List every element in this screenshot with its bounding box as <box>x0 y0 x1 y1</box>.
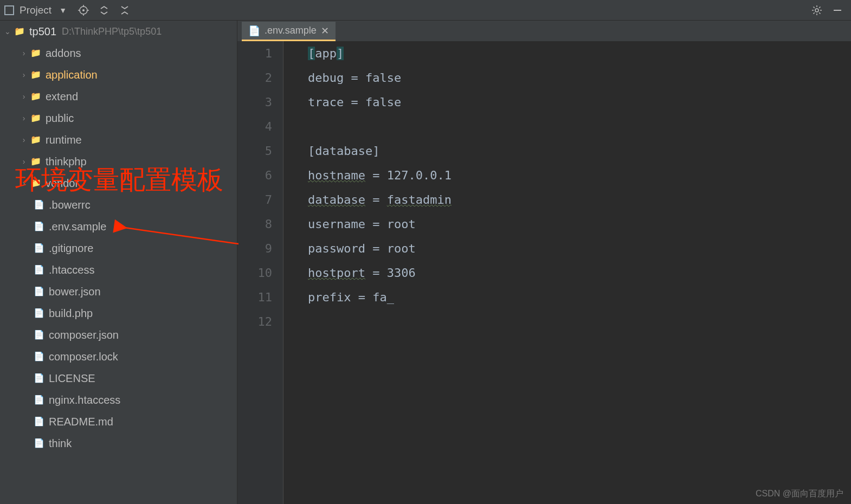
folder-icon: 📁 <box>30 135 41 144</box>
tree-file-nginx-htaccess[interactable]: 📄 nginx.htaccess <box>0 389 237 411</box>
folder-name: extend <box>46 91 78 102</box>
watermark: CSDN @面向百度用户 <box>756 488 843 500</box>
file-icon: 📄 <box>34 374 44 383</box>
file-icon: 📄 <box>34 266 44 274</box>
code-line-6[interactable]: hostname = 127.0.0.1 <box>308 163 851 188</box>
file-icon: 📄 <box>34 417 44 426</box>
chevron-down-icon: ⌄ <box>3 28 12 35</box>
project-label[interactable]: Project <box>20 4 51 16</box>
folder-icon: 📁 <box>30 114 41 122</box>
folder-icon: 📁 <box>30 49 41 57</box>
tree-file--gitignore[interactable]: 📄 .gitignore <box>0 237 237 259</box>
chevron-right-icon: › <box>20 136 28 144</box>
folder-icon: 📁 <box>30 70 41 79</box>
file-name: .gitignore <box>49 243 93 254</box>
file-name: bower.json <box>49 286 101 297</box>
code-line-8[interactable]: username = root <box>308 212 851 236</box>
tree-folder-application[interactable]: › 📁 application <box>0 64 237 86</box>
file-icon: 📄 <box>248 25 260 37</box>
svg-point-6 <box>815 9 818 12</box>
file-icon: 📄 <box>34 287 44 296</box>
close-icon[interactable]: ✕ <box>321 25 329 37</box>
tree-folder-vendor[interactable]: › 📁 vendor <box>0 172 237 194</box>
dropdown-icon[interactable]: ▼ <box>59 6 67 15</box>
gutter: 123456789101112 <box>237 41 283 504</box>
file-icon: 📄 <box>34 222 44 231</box>
code-line-12[interactable] <box>308 309 851 334</box>
folder-name: application <box>46 69 98 80</box>
target-icon[interactable] <box>76 3 91 17</box>
file-name: README.md <box>49 416 113 427</box>
code-line-1[interactable]: [app] <box>308 41 851 66</box>
expand-all-icon[interactable] <box>97 3 111 17</box>
code-line-10[interactable]: hostport = 3306 <box>308 261 851 285</box>
file-name: build.php <box>49 308 93 319</box>
file-name: composer.lock <box>49 351 118 362</box>
tree-file-composer-lock[interactable]: 📄 composer.lock <box>0 346 237 367</box>
tree-folder-addons[interactable]: › 📁 addons <box>0 42 237 64</box>
tree-folder-public[interactable]: › 📁 public <box>0 107 237 129</box>
tree-root[interactable]: ⌄ 📁 tp501 D:\ThinkPHP\tp5\tp501 <box>0 21 237 42</box>
chevron-right-icon: › <box>20 114 28 122</box>
chevron-right-icon: › <box>20 179 28 187</box>
project-tree: ⌄ 📁 tp501 D:\ThinkPHP\tp5\tp501 › 📁 addo… <box>0 21 237 504</box>
root-path: D:\ThinkPHP\tp5\tp501 <box>62 27 162 36</box>
file-name: LICENSE <box>49 373 95 384</box>
code-line-9[interactable]: password = root <box>308 236 851 261</box>
file-name: .bowerrc <box>49 199 91 210</box>
code-line-3[interactable]: trace = false <box>308 90 851 114</box>
tree-folder-extend[interactable]: › 📁 extend <box>0 86 237 107</box>
tree-file--htaccess[interactable]: 📄 .htaccess <box>0 259 237 281</box>
file-icon: 📄 <box>34 201 44 209</box>
file-icon: 📄 <box>34 352 44 361</box>
folder-name: public <box>46 113 74 124</box>
chevron-right-icon: › <box>20 71 28 79</box>
file-icon: 📄 <box>34 309 44 318</box>
tree-file--env-sample[interactable]: 📄 .env.sample <box>0 216 237 237</box>
tree-file-composer-json[interactable]: 📄 composer.json <box>0 324 237 346</box>
tree-file-README-md[interactable]: 📄 README.md <box>0 411 237 432</box>
code-line-7[interactable]: database = fastadmin <box>308 188 851 212</box>
folder-name: thinkphp <box>46 156 87 167</box>
tree-folder-thinkphp[interactable]: › 📁 thinkphp <box>0 151 237 172</box>
tree-file-think[interactable]: 📄 think <box>0 432 237 454</box>
tab-env-sample[interactable]: 📄 .env.sample ✕ <box>242 22 336 41</box>
folder-name: vendor <box>46 178 79 189</box>
file-name: nginx.htaccess <box>49 395 120 405</box>
svg-point-1 <box>82 9 85 11</box>
code-line-4[interactable] <box>308 114 851 139</box>
file-name: .env.sample <box>49 221 106 232</box>
code-line-5[interactable]: [database] <box>308 139 851 163</box>
file-icon: 📄 <box>34 244 44 253</box>
folder-name: runtime <box>46 134 82 145</box>
editor-tabs: 📄 .env.sample ✕ <box>237 21 851 41</box>
tree-file-LICENSE[interactable]: 📄 LICENSE <box>0 367 237 389</box>
tree-folder-runtime[interactable]: › 📁 runtime <box>0 129 237 151</box>
code-area[interactable]: [app]debug = falsetrace = false [databas… <box>283 41 851 504</box>
chevron-right-icon: › <box>20 49 28 57</box>
file-name: composer.json <box>49 329 119 340</box>
minimize-icon[interactable] <box>830 3 844 17</box>
toolbar: Project ▼ <box>0 0 851 21</box>
folder-name: addons <box>46 48 81 59</box>
collapse-all-icon[interactable] <box>118 3 132 17</box>
file-icon: 📄 <box>34 396 44 404</box>
file-name: .htaccess <box>49 264 94 275</box>
folder-icon: 📁 <box>14 27 25 36</box>
editor[interactable]: 123456789101112 [app]debug = falsetrace … <box>237 41 851 504</box>
chevron-right-icon: › <box>20 158 28 165</box>
folder-icon: 📁 <box>30 157 41 166</box>
settings-icon[interactable] <box>810 3 824 17</box>
project-icon <box>4 5 14 15</box>
code-line-2[interactable]: debug = false <box>308 66 851 90</box>
root-name: tp501 <box>29 26 56 37</box>
tab-label: .env.sample <box>265 25 317 36</box>
tree-file-build-php[interactable]: 📄 build.php <box>0 302 237 324</box>
chevron-right-icon: › <box>20 93 28 100</box>
folder-icon: 📁 <box>30 179 41 188</box>
file-name: think <box>49 438 72 449</box>
code-line-11[interactable]: prefix = fa_ <box>308 285 851 309</box>
tree-file--bowerrc[interactable]: 📄 .bowerrc <box>0 194 237 216</box>
tree-file-bower-json[interactable]: 📄 bower.json <box>0 281 237 302</box>
folder-icon: 📁 <box>30 92 41 101</box>
